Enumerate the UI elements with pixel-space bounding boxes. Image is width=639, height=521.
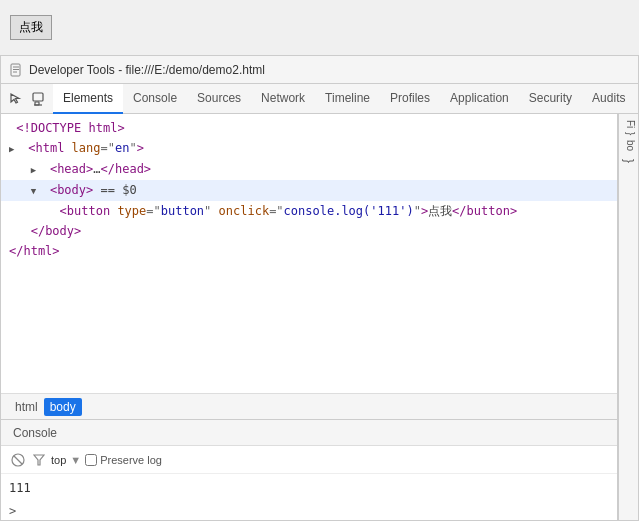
tab-elements[interactable]: Elements — [53, 84, 123, 114]
file-icon — [9, 63, 23, 77]
webpage-area: 点我 — [0, 0, 639, 55]
prompt-arrow: > — [9, 504, 16, 518]
right-panel-text-2: } — [621, 132, 636, 135]
breadcrumb-html[interactable]: html — [9, 398, 44, 416]
tab-audits[interactable]: Audits — [582, 84, 635, 114]
right-panel-text-3: bo — [621, 140, 636, 151]
devtools-titlebar: Developer Tools - file:///E:/demo/demo2.… — [1, 56, 638, 84]
elements-content[interactable]: <!DOCTYPE html> ▶ <html lang="en"> ▶ <he… — [1, 114, 617, 393]
devtools-window: Developer Tools - file:///E:/demo/demo2.… — [0, 55, 639, 521]
console-tabs: Console — [1, 420, 617, 446]
titlebar-text: Developer Tools - file:///E:/demo/demo2.… — [29, 63, 265, 77]
console-dropdown-arrow[interactable]: ▼ — [70, 454, 81, 466]
tab-sources[interactable]: Sources — [187, 84, 251, 114]
breadcrumb-bar: html body — [1, 393, 617, 419]
html-line[interactable]: <!DOCTYPE html> — [1, 118, 617, 138]
tab-profiles[interactable]: Profiles — [380, 84, 440, 114]
tab-application[interactable]: Application — [440, 84, 519, 114]
right-panel-text: Fi — [621, 120, 636, 128]
html-line[interactable]: ▶ <html lang="en"> — [1, 138, 617, 159]
right-panel: Fi } bo } — [618, 114, 638, 520]
console-clear-btn[interactable] — [9, 451, 27, 469]
console-prompt[interactable]: > — [1, 502, 617, 520]
html-line-body-close[interactable]: </body> — [1, 221, 617, 241]
html-line[interactable]: ▶ <head>…</head> — [1, 159, 617, 180]
tab-security[interactable]: Security — [519, 84, 582, 114]
tab-network[interactable]: Network — [251, 84, 315, 114]
toolbar-icons — [5, 88, 49, 110]
console-filter-btn[interactable] — [31, 452, 47, 468]
preserve-log-label: Preserve log — [100, 454, 162, 466]
devtools-main: <!DOCTYPE html> ▶ <html lang="en"> ▶ <he… — [1, 114, 638, 520]
cursor-icon[interactable] — [5, 88, 27, 110]
console-toolbar: top ▼ Preserve log — [1, 446, 617, 474]
device-icon[interactable] — [27, 88, 49, 110]
console-preserve-log: Preserve log — [85, 454, 162, 466]
html-line-html-close[interactable]: </html> — [1, 241, 617, 261]
console-subtab-console[interactable]: Console — [5, 422, 65, 444]
html-line-body[interactable]: ▼ <body> == $0 — [1, 180, 617, 201]
preserve-log-checkbox[interactable] — [85, 454, 97, 466]
tab-timeline[interactable]: Timeline — [315, 84, 380, 114]
console-output: 111 — [1, 474, 617, 502]
console-area: Console to — [1, 419, 617, 520]
console-value-111: 111 — [9, 478, 609, 498]
elements-panel: <!DOCTYPE html> ▶ <html lang="en"> ▶ <he… — [1, 114, 618, 520]
svg-line-8 — [14, 456, 22, 464]
html-line-button[interactable]: <button type="button" onclick="console.l… — [1, 201, 617, 221]
svg-marker-9 — [34, 455, 44, 465]
breadcrumb-body[interactable]: body — [44, 398, 82, 416]
devtools-tabs: Elements Console Sources Network Timelin… — [1, 84, 638, 114]
tab-console[interactable]: Console — [123, 84, 187, 114]
console-top-select[interactable]: top — [51, 454, 66, 466]
right-panel-brace: } — [621, 159, 636, 163]
page-button[interactable]: 点我 — [10, 15, 52, 40]
svg-rect-4 — [33, 93, 43, 101]
